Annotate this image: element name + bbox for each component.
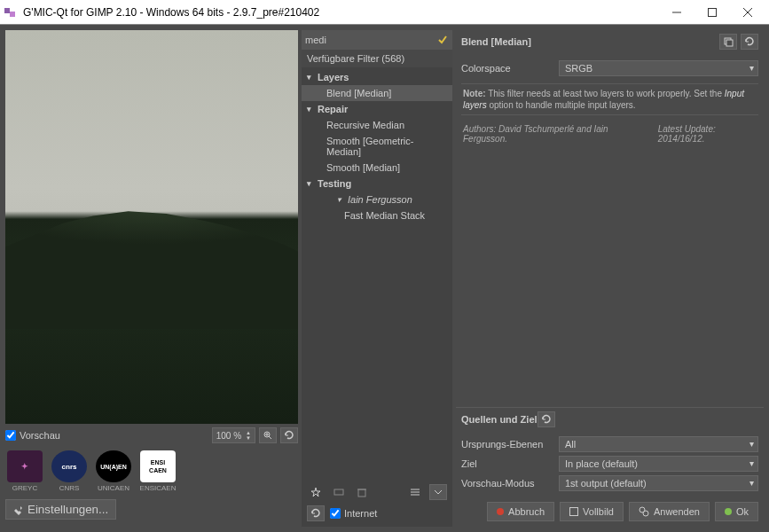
tree-item-blend-median[interactable]: Blend [Median] (302, 85, 452, 101)
greyc-logo[interactable]: ✦ (7, 450, 43, 482)
svg-rect-19 (570, 508, 578, 516)
fullscreen-button[interactable]: Vollbild (560, 502, 624, 521)
tree-item-fast-median[interactable]: Fast Median Stack (302, 207, 452, 223)
gears-icon (639, 506, 649, 517)
ok-icon (725, 508, 732, 515)
app-icon (4, 5, 18, 20)
settings-label: Einstellungen... (27, 503, 108, 516)
copy-params-button[interactable] (719, 34, 737, 50)
wrench-icon (13, 505, 24, 515)
io-header: Quellen und Ziel (461, 414, 538, 425)
rename-icon[interactable] (330, 484, 348, 500)
refresh-preview-button[interactable] (280, 427, 298, 443)
add-fav-icon[interactable] (307, 484, 325, 500)
zoom-value: 100 % (216, 431, 241, 441)
filter-header: Verfügbare Filter (568) (302, 50, 452, 67)
colorspace-label: Colorspace (461, 63, 550, 74)
svg-rect-18 (726, 40, 733, 46)
preview-mode-label: Vorschau-Modus (461, 478, 550, 489)
unicaen-label: UNICAEN (98, 484, 129, 492)
reset-io-button[interactable] (538, 411, 555, 427)
svg-rect-11 (334, 489, 343, 495)
collapse-icon[interactable] (406, 484, 424, 500)
clear-search-icon[interactable] (436, 34, 449, 46)
tree-item-smooth-geo[interactable]: Smooth [Geometric-Median] (302, 133, 452, 160)
tree-item-iain[interactable]: ▾Iain Fergusson (302, 192, 452, 207)
source-layers-label: Ursprungs-Ebenen (461, 439, 550, 450)
stop-icon (497, 508, 504, 515)
settings-button[interactable]: Einstellungen... (5, 499, 116, 520)
target-select[interactable]: In place (default) (559, 456, 758, 472)
internet-label: Internet (344, 508, 377, 519)
minimize-button[interactable] (659, 0, 694, 25)
preview-image[interactable] (5, 30, 298, 424)
expand-icon[interactable] (429, 484, 447, 500)
colorspace-select[interactable]: SRGB (559, 60, 758, 76)
target-label: Ziel (461, 458, 550, 469)
tree-item-recursive-median[interactable]: Recursive Median (302, 117, 452, 133)
tree-category-testing[interactable]: ▾Testing (302, 176, 452, 192)
window-title: G'MIC-Qt for GIMP 2.10 - Windows 64 bits… (23, 6, 659, 19)
zoom-fit-button[interactable] (259, 427, 277, 443)
greyc-label: GREYC (12, 484, 37, 492)
cnrs-logo[interactable]: cnrs (51, 450, 87, 482)
svg-rect-0 (4, 8, 10, 13)
filter-tree[interactable]: ▾Layers Blend [Median] ▾Repair Recursive… (302, 67, 452, 479)
filter-authors: Authors: David Tschumperlé and Iain Ferg… (461, 122, 758, 145)
svg-rect-3 (709, 8, 717, 16)
maximize-button[interactable] (694, 0, 730, 25)
svg-rect-1 (10, 12, 15, 17)
close-button[interactable] (730, 0, 765, 25)
ensicaen-label: ENSICAEN (140, 484, 177, 492)
filter-title: Blend [Median] (461, 36, 531, 47)
tree-item-smooth-median[interactable]: Smooth [Median] (302, 160, 452, 176)
preview-mode-select[interactable]: 1st output (default) (559, 475, 758, 491)
svg-line-7 (269, 436, 271, 439)
apply-button[interactable]: Anwenden (629, 502, 710, 521)
reset-params-button[interactable] (741, 34, 758, 50)
zoom-control[interactable]: 100 % ▲▼ (212, 427, 255, 443)
search-input[interactable] (305, 35, 433, 45)
delete-icon[interactable] (353, 484, 371, 500)
ok-button[interactable]: Ok (715, 502, 758, 521)
ensicaen-logo[interactable]: ENSICAEN (140, 450, 176, 482)
sponsor-logos: ✦GREYC cnrsCNRS UN(A)ENUNICAEN ENSICAENE… (5, 447, 298, 496)
update-filters-button[interactable] (307, 505, 325, 521)
preview-checkbox-label: Vorschau (20, 430, 60, 441)
preview-checkbox[interactable]: Vorschau (5, 430, 60, 441)
tree-category-repair[interactable]: ▾Repair (302, 101, 452, 117)
filter-note: Note: This filter needs at least two lay… (461, 83, 758, 115)
cancel-button[interactable]: Abbruch (487, 502, 554, 521)
tree-category-layers[interactable]: ▾Layers (302, 69, 452, 85)
svg-point-21 (643, 511, 648, 516)
cnrs-label: CNRS (59, 484, 80, 492)
fullscreen-icon (569, 507, 578, 516)
source-layers-select[interactable]: All (559, 436, 758, 452)
titlebar: G'MIC-Qt for GIMP 2.10 - Windows 64 bits… (0, 0, 769, 25)
svg-rect-12 (358, 489, 365, 497)
internet-checkbox[interactable]: Internet (330, 508, 377, 519)
unicaen-logo[interactable]: UN(A)EN (96, 450, 131, 482)
